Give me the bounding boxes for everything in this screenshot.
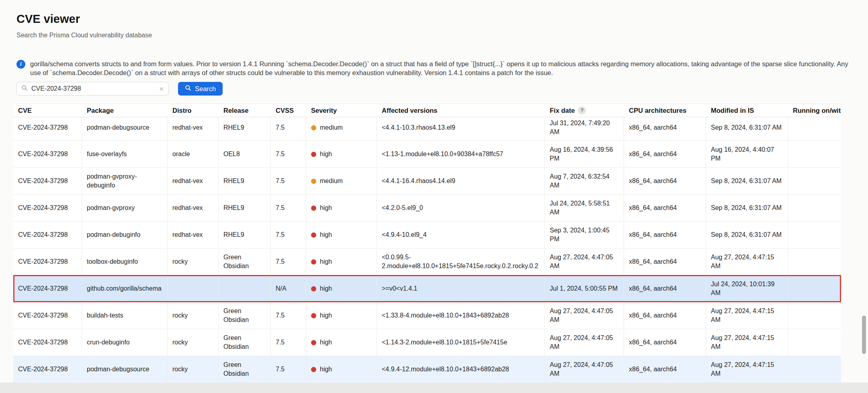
severity-label: high <box>320 365 332 374</box>
severity-dot <box>311 286 316 291</box>
table-row[interactable]: CVE-2024-37298 crun-debuginfo rocky Gree… <box>13 329 841 356</box>
table-row[interactable]: CVE-2024-37298 podman-gvproxy redhat-vex… <box>13 195 841 222</box>
cell-cpu-architectures: x86_64, aarch64 <box>624 302 706 329</box>
search-icon <box>21 85 28 93</box>
cell-cvss: 7.5 <box>271 329 306 356</box>
cell-fix-date: Aug 7, 2024, 6:32:54 AM <box>545 168 624 194</box>
table-row[interactable]: CVE-2024-37298 podman-gvproxy-debuginfo … <box>13 168 841 195</box>
cell-release: RHEL9 <box>219 222 271 248</box>
cell-fix-date: Aug 27, 2024, 4:47:05 AM <box>545 329 624 356</box>
info-icon: i <box>16 60 25 69</box>
cell-cve: CVE-2024-37298 <box>13 168 82 194</box>
column-header-modified-in-is: Modified in IS <box>706 104 788 117</box>
table-row[interactable]: CVE-2024-37298 podman-debuginfo redhat-v… <box>13 222 841 248</box>
cell-severity: high <box>306 222 377 248</box>
cell-cvss: N/A <box>271 275 306 302</box>
cell-fix-date: Jul 1, 2024, 5:00:55 PM <box>545 275 624 302</box>
page-title: CVE viewer <box>16 12 868 26</box>
cell-release: Green Obsidian <box>219 356 271 383</box>
column-header-affected-versions: Affected versions <box>377 104 545 117</box>
cell-modified-in-is: Aug 27, 2024, 4:47:15 AM <box>706 329 788 356</box>
cell-fix-date: Jul 31, 2024, 7:49:20 AM <box>545 117 624 141</box>
column-header-fix-date-label: Fix date <box>550 107 575 114</box>
severity-dot <box>311 206 316 211</box>
clear-search-icon[interactable]: ✕ <box>159 86 164 92</box>
cell-package: buildah-tests <box>82 302 168 329</box>
cell-distro: redhat-vex <box>168 168 219 194</box>
cell-distro: rocky <box>168 248 219 275</box>
cell-severity: high <box>306 248 377 275</box>
table-row[interactable]: CVE-2024-37298 buildah-tests rocky Green… <box>13 302 841 329</box>
cell-affected-versions: <4.9.4-12.module+el8.10.0+1843+6892ab28 <box>377 356 545 383</box>
severity-dot <box>311 313 316 318</box>
table-row[interactable]: CVE-2024-37298 podman-debugsource redhat… <box>13 117 841 141</box>
cell-package: crun-debuginfo <box>82 329 168 356</box>
cell-severity: medium <box>306 168 377 194</box>
cell-cve: CVE-2024-37298 <box>13 329 82 356</box>
cell-distro: redhat-vex <box>168 117 219 141</box>
column-header-cvss: CVSS <box>271 104 306 117</box>
severity-dot <box>311 179 316 184</box>
cell-modified-in-is: Sep 8, 2024, 6:31:07 AM <box>706 222 788 248</box>
results-table: CVE Package Distro Release CVSS Severity… <box>13 104 841 383</box>
table-row[interactable]: CVE-2024-37298 podman-debugsource rocky … <box>13 356 841 383</box>
cell-cve: CVE-2024-37298 <box>13 141 82 167</box>
cell-package: podman-debuginfo <box>82 222 168 248</box>
cell-release: RHEL9 <box>219 168 271 194</box>
cell-package: podman-gvproxy <box>82 195 168 221</box>
scrollbar-thumb[interactable] <box>862 316 866 354</box>
search-button[interactable]: Search <box>178 82 223 96</box>
cell-cpu-architectures: x86_64, aarch64 <box>624 117 706 141</box>
cell-fix-date: Aug 27, 2024, 4:47:05 AM <box>545 302 624 329</box>
cell-fix-date: Aug 27, 2024, 4:47:05 AM <box>545 248 624 275</box>
cell-cpu-architectures: x86_64, aarch64 <box>624 356 706 383</box>
cell-cpu-architectures: x86_64, aarch64 <box>624 248 706 275</box>
cell-cve: CVE-2024-37298 <box>13 195 82 221</box>
cell-distro: rocky <box>168 329 219 356</box>
table-row[interactable]: CVE-2024-37298 toolbox-debuginfo rocky G… <box>13 248 841 275</box>
search-input[interactable] <box>31 85 155 92</box>
fix-date-help-icon[interactable]: ? <box>578 106 586 114</box>
column-header-cpu-architectures: CPU architectures <box>624 104 706 117</box>
severity-label: high <box>320 338 332 347</box>
cell-modified-in-is: Sep 8, 2024, 6:31:07 AM <box>706 168 788 194</box>
cell-running-on-with <box>788 168 841 194</box>
column-header-release: Release <box>219 104 271 117</box>
cell-severity: medium <box>306 117 377 141</box>
cve-description-banner: i gorilla/schema converts structs to and… <box>16 59 850 77</box>
cell-cpu-architectures: x86_64, aarch64 <box>624 168 706 194</box>
cell-release: Green Obsidian <box>219 248 271 275</box>
cell-fix-date: Sep 3, 2024, 1:00:45 PM <box>545 222 624 248</box>
cell-modified-in-is: Jul 24, 2024, 10:01:39 AM <box>706 275 788 302</box>
cell-distro <box>168 275 219 302</box>
severity-label: high <box>320 257 332 266</box>
cell-severity: high <box>306 329 377 356</box>
search-input-wrapper[interactable]: ✕ <box>16 82 169 96</box>
severity-label: high <box>320 204 332 212</box>
table-row[interactable]: CVE-2024-37298 fuse-overlayfs oracle OEL… <box>13 141 841 168</box>
cell-distro: oracle <box>168 141 219 167</box>
cell-affected-versions: <4.4.1-10.3.rhaos4.13.el9 <box>377 117 545 141</box>
severity-label: high <box>320 230 332 239</box>
cell-running-on-with <box>788 195 841 221</box>
cell-release: RHEL9 <box>219 117 271 141</box>
cell-running-on-with <box>788 275 841 302</box>
severity-dot <box>311 367 316 372</box>
cell-cvss: 7.5 <box>271 356 306 383</box>
severity-dot <box>311 340 316 345</box>
cell-modified-in-is: Sep 8, 2024, 6:31:07 AM <box>706 195 788 221</box>
severity-label: high <box>320 284 332 293</box>
table-body: CVE-2024-37298 podman-debugsource redhat… <box>13 117 841 383</box>
cell-affected-versions: <1.33.8-4.module+el8.10.0+1843+6892ab28 <box>377 302 545 329</box>
cell-affected-versions: >=v0<v1.4.1 <box>377 275 545 302</box>
cell-cvss: 7.5 <box>271 141 306 167</box>
cell-running-on-with <box>788 248 841 275</box>
cell-modified-in-is: Aug 27, 2024, 4:47:15 AM <box>706 248 788 275</box>
cell-severity: high <box>306 275 377 302</box>
cell-release: RHEL9 <box>219 195 271 221</box>
cell-cve: CVE-2024-37298 <box>13 302 82 329</box>
table-row[interactable]: CVE-2024-37298 github.com/gorilla/schema… <box>13 275 841 302</box>
cell-severity: high <box>306 141 377 167</box>
search-button-icon <box>185 85 191 93</box>
severity-dot <box>311 232 316 238</box>
